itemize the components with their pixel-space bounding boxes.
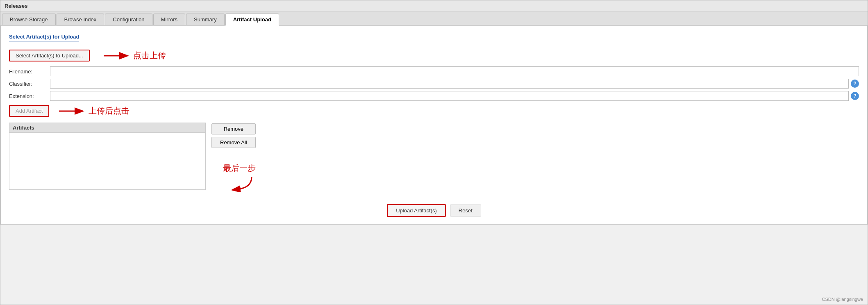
upload-artifact-button[interactable]: Upload Artifact(s)	[387, 204, 446, 217]
main-window: Releases Browse Storage Browse Index Con…	[0, 0, 868, 305]
title-bar: Releases	[0, 0, 868, 12]
classifier-row: Classifier: ?	[9, 79, 859, 89]
watermark: CSDN @langsingwe	[822, 297, 863, 302]
classifier-input[interactable]	[50, 79, 849, 89]
extension-input[interactable]	[50, 91, 849, 101]
extension-input-group: ?	[50, 91, 859, 101]
filename-input[interactable]	[50, 66, 859, 76]
add-artifact-button[interactable]: Add Artifact	[9, 105, 49, 117]
tab-artifact-upload[interactable]: Artifact Upload	[225, 14, 279, 26]
artifacts-label: Artifacts	[9, 123, 206, 132]
classifier-help-icon[interactable]: ?	[851, 80, 859, 88]
annotation-add-artifact: 上传后点击	[89, 105, 130, 116]
select-artifact-button[interactable]: Select Artifact(s) to Upload...	[9, 50, 90, 61]
artifacts-list	[9, 132, 206, 190]
extension-help-icon[interactable]: ?	[851, 92, 859, 100]
arrow-right-icon	[102, 50, 131, 61]
arrow-right-icon-2	[57, 105, 86, 117]
tab-mirrors[interactable]: Mirrors	[153, 14, 185, 25]
classifier-label: Classifier:	[9, 81, 50, 87]
artifacts-section: Artifacts Remove Remove All 最后一步	[9, 123, 859, 192]
artifacts-buttons: Remove Remove All 最后一步	[211, 123, 256, 192]
window-title: Releases	[5, 3, 27, 9]
filename-row: Filename:	[9, 66, 859, 76]
extension-label: Extension:	[9, 93, 50, 99]
filename-label: Filename:	[9, 68, 50, 75]
classifier-input-group: ?	[50, 79, 859, 89]
content-area: Select Artifact(s) for Upload Select Art…	[0, 26, 868, 225]
add-artifact-row: Add Artifact 上传后点击	[9, 105, 859, 117]
reset-button[interactable]: Reset	[450, 205, 481, 216]
tab-bar: Browse Storage Browse Index Configuratio…	[0, 12, 868, 26]
arrow-down-left-icon	[231, 175, 256, 192]
extension-row: Extension: ?	[9, 91, 859, 101]
annotation-last-step: 最后一步	[223, 163, 256, 174]
section-title: Select Artifact(s) for Upload	[9, 34, 79, 41]
annotation-click-upload: 点击上传	[133, 50, 166, 61]
artifacts-panel: Artifacts	[9, 123, 206, 192]
select-artifact-row: Select Artifact(s) to Upload... 点击上传	[9, 50, 859, 61]
remove-all-button[interactable]: Remove All	[211, 137, 256, 148]
bottom-action-row: Upload Artifact(s) Reset	[9, 200, 859, 217]
tab-summary[interactable]: Summary	[186, 14, 225, 25]
tab-configuration[interactable]: Configuration	[105, 14, 152, 25]
tab-browse-index[interactable]: Browse Index	[57, 14, 105, 25]
tab-browse-storage[interactable]: Browse Storage	[2, 14, 56, 25]
remove-button[interactable]: Remove	[211, 123, 256, 134]
